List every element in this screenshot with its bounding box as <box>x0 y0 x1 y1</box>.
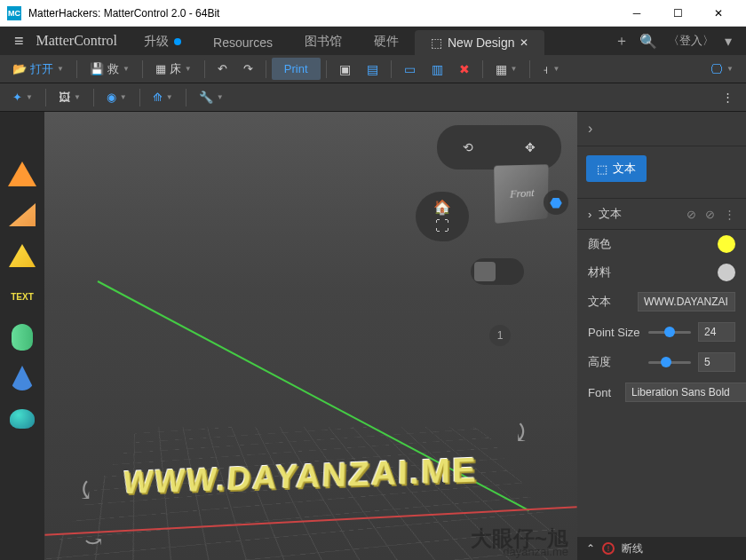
monitor-icon: 🖵 <box>710 62 723 76</box>
minimize-button[interactable]: ─ <box>616 0 657 27</box>
main-area: TEXT WWW.DAYANZAI.ME ⟲ ✥ 🏠 ⛶ Front ⬣ 1 ⤹… <box>0 112 746 560</box>
shape-wedge-button[interactable] <box>8 201 36 229</box>
disconnected-icon: ! <box>602 542 615 555</box>
image-icon: 🖼 <box>59 91 70 104</box>
overflow-menu[interactable]: ⋮ <box>715 87 741 107</box>
redo-icon: ↷ <box>243 62 253 75</box>
3d-viewport[interactable]: WWW.DAYANZAI.ME ⟲ ✥ 🏠 ⛶ Front ⬣ 1 ⤹ ⤸ ⤻ <box>44 112 577 560</box>
rotate-handle-icon[interactable]: ⤻ <box>84 529 102 554</box>
arrange-button[interactable]: ⫞▼ <box>536 59 567 80</box>
view-home-controls: 🏠 ⛶ <box>416 192 469 241</box>
view-button[interactable]: 🖵▼ <box>703 59 741 80</box>
image-button[interactable]: 🖼▼ <box>52 87 88 107</box>
nav-side-button[interactable]: ⬣ <box>544 190 568 215</box>
height-label: 高度 <box>588 354 641 370</box>
layout-button-2[interactable]: ▤ <box>360 59 385 80</box>
tab-new-design[interactable]: ⬚ New Design ✕ <box>415 30 544 55</box>
section-header-text[interactable]: › 文本 ⊘ ⊘ ⋮ <box>577 199 746 230</box>
text-label: 文本 <box>588 294 631 310</box>
rotate-handle-icon[interactable]: ⤸ <box>511 418 531 447</box>
window-title: MatterHackers: MatterControl 2.0 - 64Bit <box>28 7 616 20</box>
shape-text-button[interactable]: TEXT <box>8 282 36 311</box>
tab-hardware[interactable]: 硬件 <box>358 28 415 55</box>
maximize-button[interactable]: ☐ <box>657 0 698 27</box>
view-mode-toggle[interactable] <box>471 258 524 285</box>
tab-resources[interactable]: Resources <box>197 30 289 55</box>
connection-status: 断线 <box>622 541 643 556</box>
prop-row-text: 文本 <box>577 287 746 317</box>
search-icon[interactable]: 🔍 <box>639 33 657 50</box>
undo-button[interactable]: ↶ <box>210 59 234 79</box>
view-rotate-controls: ⟲ ✥ <box>437 125 561 170</box>
material-swatch[interactable] <box>718 264 735 281</box>
window-titlebar: MC MatterHackers: MatterControl 2.0 - 64… <box>0 0 746 27</box>
prop-row-font: Font <box>577 377 746 407</box>
toggle-thumb <box>474 262 496 281</box>
nav-cube[interactable]: Front <box>494 164 548 224</box>
prop-row-pointsize: Point Size <box>577 317 746 347</box>
shape-palette: TEXT <box>0 112 44 560</box>
dropdown-caret-icon[interactable]: ▾ <box>725 33 732 50</box>
hamburger-menu-icon[interactable]: ≡ <box>5 32 33 51</box>
object-type-badge[interactable]: ⬚ 文本 <box>586 155 647 182</box>
delete-button[interactable]: ✖ <box>452 59 477 80</box>
menubar: ≡ MatterControl 升级 Resources 图书馆 硬件 ⬚ Ne… <box>0 27 746 55</box>
props-header[interactable]: › <box>577 112 746 146</box>
print-button[interactable]: Print <box>272 58 321 80</box>
shape-button[interactable]: ◉▼ <box>99 87 134 107</box>
snap-icon: ✦ <box>12 91 22 104</box>
close-button[interactable]: ✕ <box>698 0 739 27</box>
rotate-handle-icon[interactable]: ⤹ <box>75 476 96 505</box>
shape-sphere-button[interactable] <box>8 405 36 433</box>
save-icon: 💾 <box>90 62 104 75</box>
snap-button[interactable]: ✦▼ <box>5 87 40 107</box>
layout-button-1[interactable]: ▣ <box>332 59 358 80</box>
bed-button[interactable]: ▦床▼ <box>148 58 199 81</box>
statusbar: ⌃ ! 断线 <box>577 537 746 560</box>
pointsize-slider[interactable] <box>648 331 691 334</box>
tab-upgrade[interactable]: 升级 <box>128 28 197 55</box>
height-input[interactable] <box>698 352 735 372</box>
grid-icon: ▦ <box>155 62 166 75</box>
toolbar-secondary: ✦▼ 🖼▼ ◉▼ ⟰▼ 🔧▼ ⋮ <box>0 83 746 112</box>
redo-button[interactable]: ↷ <box>236 59 260 79</box>
more-icon[interactable]: ⋮ <box>724 208 735 221</box>
open-button[interactable]: 📂打开▼ <box>5 58 71 81</box>
cube-icon: ⬚ <box>597 162 607 176</box>
layers-icon: ▥ <box>432 62 443 76</box>
expand-up-icon[interactable]: ⌃ <box>586 542 595 555</box>
shape-cone-button[interactable] <box>8 364 36 392</box>
chevron-right-icon: › <box>588 121 592 137</box>
height-slider[interactable] <box>648 361 691 364</box>
login-button[interactable]: 〈登入〉 <box>668 33 714 49</box>
color-swatch[interactable] <box>718 235 735 253</box>
pointsize-label: Point Size <box>588 326 641 339</box>
save-button[interactable]: 💾救▼ <box>83 58 137 81</box>
apply-icon[interactable]: ⊘ <box>686 208 696 221</box>
font-label: Font <box>588 386 618 399</box>
new-tab-button[interactable]: ＋ <box>615 32 629 51</box>
pointsize-input[interactable] <box>698 322 735 342</box>
stairs-button[interactable]: ⟰▼ <box>146 87 180 107</box>
shape-pyramid-button[interactable] <box>8 160 36 188</box>
select-button[interactable]: ▭ <box>397 59 423 80</box>
rotate-left-icon[interactable]: ⟲ <box>463 140 473 154</box>
tab-library[interactable]: 图书馆 <box>289 28 358 55</box>
properties-panel: › ⬚ 文本 › 文本 ⊘ ⊘ ⋮ 颜色 材料 文本 <box>577 112 746 560</box>
font-input[interactable] <box>625 383 746 402</box>
text-input[interactable] <box>638 292 735 312</box>
stairs-icon: ⟰ <box>153 91 163 104</box>
layers-button[interactable]: ▥ <box>425 59 450 80</box>
wrench-icon: 🔧 <box>199 91 213 104</box>
shape-halfwedge-button[interactable] <box>8 241 36 270</box>
wrench-button[interactable]: 🔧▼ <box>192 87 231 107</box>
cancel-icon[interactable]: ⊘ <box>705 208 715 221</box>
fullscreen-icon[interactable]: ⛶ <box>435 218 449 234</box>
move-icon[interactable]: ✥ <box>525 140 536 154</box>
shape-cube-button[interactable] <box>8 119 36 147</box>
layout-icon: ▣ <box>339 62 351 76</box>
tab-close-icon[interactable]: ✕ <box>520 36 528 49</box>
shape-cylinder-button[interactable] <box>8 323 36 351</box>
support-button[interactable]: ▦▼ <box>488 59 525 80</box>
home-icon[interactable]: 🏠 <box>433 199 451 216</box>
